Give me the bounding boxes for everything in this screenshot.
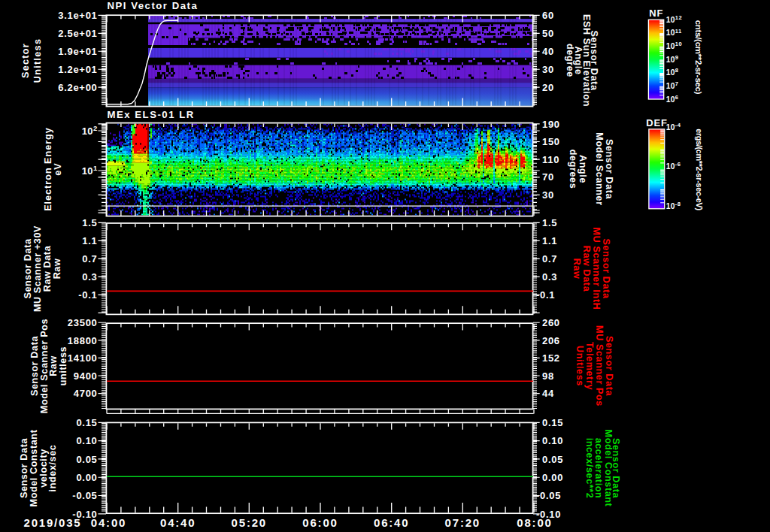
svg-text:152: 152 bbox=[542, 352, 560, 364]
svg-text:2019/035: 2019/035 bbox=[24, 516, 82, 529]
svg-text:ergs/(cm**2-sr-sec-eV): ergs/(cm**2-sr-sec-eV) bbox=[695, 128, 704, 210]
svg-text:DEF: DEF bbox=[646, 117, 667, 128]
svg-text:unitless: unitless bbox=[58, 346, 68, 385]
svg-text:150: 150 bbox=[542, 136, 560, 147]
svg-text:1.9e+01: 1.9e+01 bbox=[58, 46, 97, 57]
svg-text:0.05: 0.05 bbox=[76, 454, 97, 465]
svg-text:Sensor Data: Sensor Data bbox=[601, 238, 611, 298]
svg-text:0.15: 0.15 bbox=[76, 417, 97, 428]
svg-text:14100: 14100 bbox=[68, 352, 98, 364]
svg-text:Sensor Data: Sensor Data bbox=[604, 336, 614, 396]
svg-text:index/sec: index/sec bbox=[47, 445, 58, 492]
svg-text:Sensor Data: Sensor Data bbox=[23, 238, 33, 298]
svg-text:Model Constant: Model Constant bbox=[603, 430, 614, 507]
svg-text:40: 40 bbox=[542, 46, 554, 57]
svg-text:0.05: 0.05 bbox=[542, 454, 563, 465]
svg-text:08:00: 08:00 bbox=[517, 516, 552, 529]
svg-text:110: 110 bbox=[542, 154, 559, 165]
svg-text:0.15: 0.15 bbox=[542, 417, 563, 428]
svg-text:Raw: Raw bbox=[571, 258, 582, 280]
svg-text:06:40: 06:40 bbox=[374, 516, 409, 529]
svg-text:04:00: 04:00 bbox=[91, 516, 126, 529]
svg-text:1.5: 1.5 bbox=[542, 217, 557, 228]
svg-text:MU Scanner +30V: MU Scanner +30V bbox=[32, 225, 43, 312]
svg-text:incex/sec**2: incex/sec**2 bbox=[584, 438, 595, 499]
svg-text:0.3: 0.3 bbox=[542, 271, 557, 283]
svg-text:30: 30 bbox=[542, 64, 554, 75]
svg-text:degree: degree bbox=[565, 44, 575, 77]
svg-text:0.3: 0.3 bbox=[82, 271, 97, 283]
svg-text:Sensor Data: Sensor Data bbox=[29, 336, 40, 396]
svg-text:04:40: 04:40 bbox=[160, 516, 196, 529]
svg-text:0.7: 0.7 bbox=[542, 253, 557, 264]
svg-text:0.00: 0.00 bbox=[76, 472, 97, 483]
svg-text:30: 30 bbox=[542, 189, 554, 201]
svg-text:NF: NF bbox=[649, 8, 663, 19]
svg-text:-0.05: -0.05 bbox=[72, 490, 97, 501]
svg-text:18800: 18800 bbox=[68, 335, 98, 346]
svg-text:MU Scanner Pos: MU Scanner Pos bbox=[594, 325, 605, 407]
svg-text:-0.05: -0.05 bbox=[536, 490, 561, 501]
svg-text:cnts/(cm**2-sr-sec): cnts/(cm**2-sr-sec) bbox=[694, 20, 703, 95]
svg-text:Unitless: Unitless bbox=[574, 346, 585, 386]
svg-text:Raw Data: Raw Data bbox=[42, 245, 53, 292]
svg-text:Raw Data: Raw Data bbox=[581, 246, 592, 292]
svg-text:06:00: 06:00 bbox=[302, 516, 338, 529]
svg-text:260: 260 bbox=[542, 317, 560, 328]
svg-text:50: 50 bbox=[542, 28, 554, 39]
svg-text:44: 44 bbox=[542, 388, 554, 399]
svg-text:Electron Energy: Electron Energy bbox=[43, 127, 53, 211]
svg-text:05:20: 05:20 bbox=[232, 516, 267, 529]
svg-text:60: 60 bbox=[542, 10, 554, 21]
svg-text:70: 70 bbox=[542, 171, 554, 183]
svg-text:0.00: 0.00 bbox=[542, 472, 563, 483]
svg-text:Unitless: Unitless bbox=[32, 38, 43, 83]
svg-text:98: 98 bbox=[542, 370, 554, 382]
svg-text:07:20: 07:20 bbox=[445, 516, 480, 529]
svg-text:0.7: 0.7 bbox=[82, 253, 97, 264]
svg-text:0.10: 0.10 bbox=[76, 435, 97, 446]
svg-text:MU Scanner IntH: MU Scanner IntH bbox=[591, 228, 602, 310]
svg-text:Telemetry: Telemetry bbox=[584, 342, 595, 390]
svg-text:Raw: Raw bbox=[52, 258, 62, 280]
svg-text:Sector: Sector bbox=[20, 43, 31, 78]
svg-text:1.1: 1.1 bbox=[82, 235, 97, 246]
svg-text:20: 20 bbox=[542, 82, 554, 93]
svg-text:MEx ELS-01 LR: MEx ELS-01 LR bbox=[108, 109, 195, 120]
svg-text:degrees: degrees bbox=[568, 150, 578, 189]
svg-text:6.2e+00: 6.2e+00 bbox=[58, 82, 97, 93]
svg-text:NPI Vector Data: NPI Vector Data bbox=[108, 0, 199, 11]
svg-text:2.5e+01: 2.5e+01 bbox=[58, 28, 97, 39]
svg-text:Model Scanner: Model Scanner bbox=[594, 132, 605, 205]
svg-text:190: 190 bbox=[542, 119, 560, 130]
svg-text:-0.1: -0.1 bbox=[536, 289, 555, 301]
svg-text:3.1e+01: 3.1e+01 bbox=[58, 10, 97, 21]
svg-text:1.1: 1.1 bbox=[542, 235, 557, 246]
svg-text:206: 206 bbox=[542, 335, 560, 346]
svg-text:4700: 4700 bbox=[74, 388, 98, 399]
svg-text:23500: 23500 bbox=[68, 317, 98, 328]
svg-text:eV: eV bbox=[53, 162, 63, 175]
svg-text:Sensor Data: Sensor Data bbox=[19, 438, 29, 498]
svg-text:1.2e+01: 1.2e+01 bbox=[58, 64, 97, 75]
svg-text:-0.1: -0.1 bbox=[78, 289, 97, 301]
svg-text:1.5: 1.5 bbox=[82, 217, 97, 228]
svg-text:9400: 9400 bbox=[74, 370, 98, 382]
svg-text:0.10: 0.10 bbox=[542, 435, 563, 446]
